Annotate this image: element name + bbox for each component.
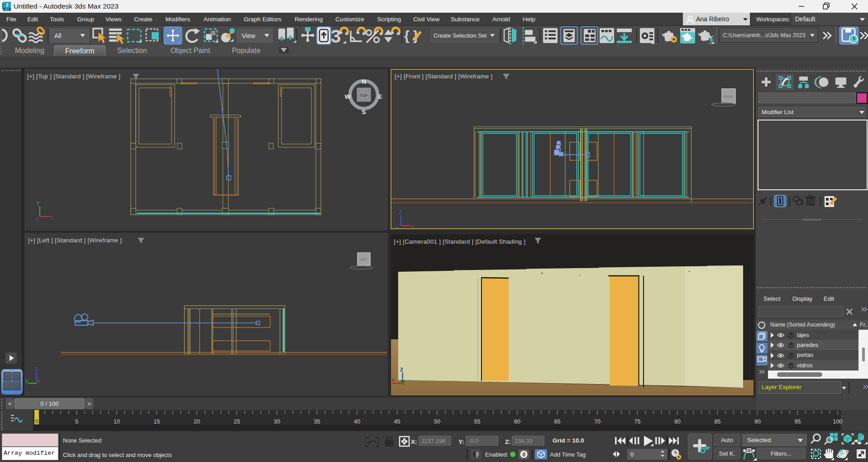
svg-text:x: x bbox=[50, 214, 53, 220]
svg-text:85: 85 bbox=[714, 419, 720, 425]
svg-text:5: 5 bbox=[75, 419, 78, 425]
svg-text:3: 3 bbox=[331, 26, 341, 45]
svg-text:Create Selection Set: Create Selection Set bbox=[434, 32, 487, 39]
svg-text:20: 20 bbox=[194, 419, 200, 425]
svg-text:All: All bbox=[54, 32, 62, 39]
svg-text:TOP: TOP bbox=[360, 93, 368, 98]
svg-text:65: 65 bbox=[554, 419, 560, 425]
svg-text:35: 35 bbox=[314, 419, 320, 425]
svg-text:75: 75 bbox=[634, 419, 640, 425]
svg-text:Z:: Z: bbox=[505, 438, 511, 445]
svg-text:x: x bbox=[392, 377, 395, 382]
svg-text:Z: Z bbox=[400, 367, 403, 372]
svg-text:40: 40 bbox=[354, 419, 360, 425]
svg-text:y: y bbox=[396, 226, 399, 229]
svg-text:View: View bbox=[242, 32, 256, 39]
svg-text:3: 3 bbox=[5, 2, 8, 8]
svg-text:x: x bbox=[411, 223, 414, 229]
svg-text:LEFT: LEFT bbox=[360, 258, 367, 261]
svg-text:N: N bbox=[362, 78, 366, 85]
svg-text:50: 50 bbox=[434, 419, 440, 425]
svg-text:x: x bbox=[38, 378, 40, 383]
svg-text:60: 60 bbox=[514, 419, 520, 425]
svg-text:0: 0 bbox=[35, 419, 38, 425]
svg-text:FRONT: FRONT bbox=[724, 95, 734, 98]
svg-text:100: 100 bbox=[833, 419, 842, 425]
svg-text:Z: Z bbox=[399, 209, 402, 215]
svg-text:45: 45 bbox=[394, 419, 400, 425]
svg-text:Z: Z bbox=[35, 366, 38, 372]
svg-text:S: S bbox=[362, 109, 366, 116]
svg-text:C:\Users\aninh...s\3ds Max 202: C:\Users\aninh...s\3ds Max 2023 bbox=[723, 32, 806, 38]
svg-text:15: 15 bbox=[153, 419, 160, 425]
svg-text:0: 0 bbox=[630, 451, 634, 458]
svg-text:Y: Y bbox=[36, 201, 40, 206]
svg-text:E: E bbox=[378, 93, 382, 100]
svg-text:Z: Z bbox=[35, 217, 38, 222]
svg-text:W: W bbox=[345, 93, 351, 100]
svg-text:30: 30 bbox=[274, 419, 280, 425]
svg-text:25: 25 bbox=[234, 419, 240, 425]
svg-text:{: { bbox=[404, 28, 410, 43]
svg-text:90: 90 bbox=[754, 419, 761, 425]
svg-text:Y:: Y: bbox=[458, 438, 464, 445]
svg-text:MAX: MAX bbox=[5, 9, 10, 11]
svg-text:10: 10 bbox=[114, 419, 120, 425]
svg-text:70: 70 bbox=[594, 419, 601, 425]
svg-text:55: 55 bbox=[474, 419, 480, 425]
svg-text:80: 80 bbox=[674, 419, 681, 425]
svg-text:X:: X: bbox=[411, 438, 417, 445]
svg-text:y: y bbox=[25, 378, 28, 383]
svg-text:95: 95 bbox=[794, 419, 801, 425]
svg-text:0: 0 bbox=[522, 452, 525, 458]
